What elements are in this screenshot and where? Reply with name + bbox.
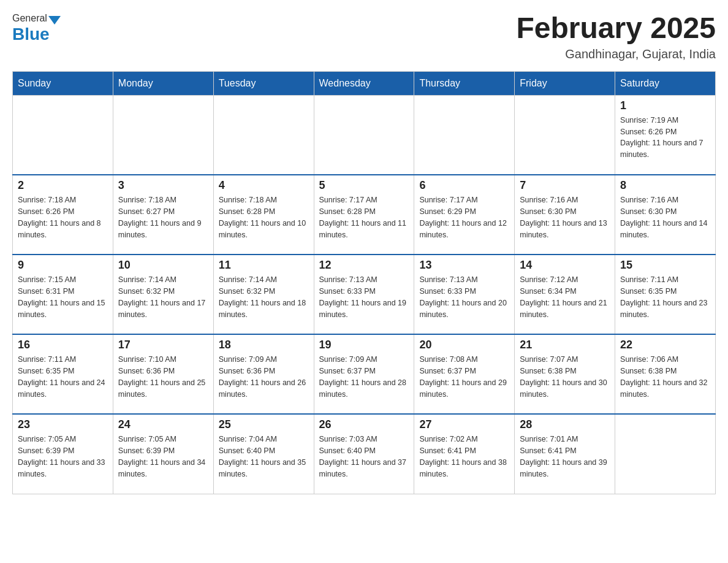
- day-info: Sunrise: 7:17 AMSunset: 6:28 PMDaylight:…: [319, 194, 409, 240]
- day-number: 19: [319, 339, 409, 351]
- day-info: Sunrise: 7:05 AMSunset: 6:39 PMDaylight:…: [118, 434, 208, 480]
- calendar-cell: 1Sunrise: 7:19 AMSunset: 6:26 PMDaylight…: [615, 95, 716, 175]
- day-number: 21: [520, 339, 610, 351]
- calendar-week-row: 2Sunrise: 7:18 AMSunset: 6:26 PMDaylight…: [13, 175, 716, 255]
- calendar-cell: 19Sunrise: 7:09 AMSunset: 6:37 PMDayligh…: [314, 334, 414, 414]
- day-number: 11: [219, 259, 309, 272]
- weekday-header-sunday: Sunday: [13, 71, 113, 95]
- weekday-header-saturday: Saturday: [615, 71, 716, 95]
- calendar-cell: 14Sunrise: 7:12 AMSunset: 6:34 PMDayligh…: [515, 255, 615, 334]
- day-info: Sunrise: 7:06 AMSunset: 6:38 PMDaylight:…: [620, 354, 710, 400]
- calendar-cell: 15Sunrise: 7:11 AMSunset: 6:35 PMDayligh…: [615, 255, 716, 334]
- calendar-cell: 21Sunrise: 7:07 AMSunset: 6:38 PMDayligh…: [515, 334, 615, 414]
- month-title: February 2025: [516, 12, 716, 45]
- day-number: 2: [18, 179, 108, 192]
- calendar-cell: 8Sunrise: 7:16 AMSunset: 6:30 PMDaylight…: [615, 175, 716, 255]
- calendar-cell: [515, 95, 615, 175]
- day-number: 26: [319, 418, 409, 431]
- day-info: Sunrise: 7:18 AMSunset: 6:27 PMDaylight:…: [118, 194, 208, 240]
- day-number: 24: [118, 418, 208, 431]
- calendar-table: SundayMondayTuesdayWednesdayThursdayFrid…: [12, 71, 716, 494]
- day-info: Sunrise: 7:18 AMSunset: 6:26 PMDaylight:…: [18, 194, 108, 240]
- day-number: 13: [419, 259, 509, 272]
- day-number: 28: [520, 418, 610, 431]
- day-number: 27: [419, 418, 509, 431]
- day-info: Sunrise: 7:05 AMSunset: 6:39 PMDaylight:…: [18, 434, 108, 480]
- day-info: Sunrise: 7:16 AMSunset: 6:30 PMDaylight:…: [620, 194, 710, 240]
- day-number: 5: [319, 179, 409, 192]
- day-info: Sunrise: 7:09 AMSunset: 6:36 PMDaylight:…: [219, 354, 309, 400]
- calendar-cell: 16Sunrise: 7:11 AMSunset: 6:35 PMDayligh…: [13, 334, 113, 414]
- day-number: 10: [118, 259, 208, 272]
- day-info: Sunrise: 7:13 AMSunset: 6:33 PMDaylight:…: [419, 274, 509, 320]
- day-info: Sunrise: 7:13 AMSunset: 6:33 PMDaylight:…: [319, 274, 409, 320]
- calendar-cell: 22Sunrise: 7:06 AMSunset: 6:38 PMDayligh…: [615, 334, 716, 414]
- day-number: 15: [620, 259, 710, 272]
- day-info: Sunrise: 7:15 AMSunset: 6:31 PMDaylight:…: [18, 274, 108, 320]
- calendar-cell: 6Sunrise: 7:17 AMSunset: 6:29 PMDaylight…: [414, 175, 515, 255]
- calendar-cell: [314, 95, 414, 175]
- calendar-cell: 20Sunrise: 7:08 AMSunset: 6:37 PMDayligh…: [414, 334, 515, 414]
- day-info: Sunrise: 7:11 AMSunset: 6:35 PMDaylight:…: [18, 354, 108, 400]
- calendar-cell: 4Sunrise: 7:18 AMSunset: 6:28 PMDaylight…: [213, 175, 314, 255]
- day-info: Sunrise: 7:02 AMSunset: 6:41 PMDaylight:…: [419, 434, 509, 480]
- day-number: 1: [620, 99, 710, 112]
- calendar-week-row: 1Sunrise: 7:19 AMSunset: 6:26 PMDaylight…: [13, 95, 716, 175]
- weekday-header-tuesday: Tuesday: [213, 71, 314, 95]
- day-number: 9: [18, 259, 108, 272]
- calendar-cell: 23Sunrise: 7:05 AMSunset: 6:39 PMDayligh…: [13, 414, 113, 494]
- day-info: Sunrise: 7:04 AMSunset: 6:40 PMDaylight:…: [219, 434, 309, 480]
- day-info: Sunrise: 7:08 AMSunset: 6:37 PMDaylight:…: [419, 354, 509, 400]
- day-info: Sunrise: 7:01 AMSunset: 6:41 PMDaylight:…: [520, 434, 610, 480]
- day-info: Sunrise: 7:14 AMSunset: 6:32 PMDaylight:…: [118, 274, 208, 320]
- weekday-header-friday: Friday: [515, 71, 615, 95]
- day-info: Sunrise: 7:18 AMSunset: 6:28 PMDaylight:…: [219, 194, 309, 240]
- day-number: 18: [219, 339, 309, 351]
- calendar-week-row: 9Sunrise: 7:15 AMSunset: 6:31 PMDaylight…: [13, 255, 716, 334]
- day-number: 8: [620, 179, 710, 192]
- logo-general-text: General: [12, 13, 47, 24]
- day-info: Sunrise: 7:14 AMSunset: 6:32 PMDaylight:…: [219, 274, 309, 320]
- weekday-header-wednesday: Wednesday: [314, 71, 414, 95]
- calendar-cell: [615, 414, 716, 494]
- calendar-cell: 28Sunrise: 7:01 AMSunset: 6:41 PMDayligh…: [515, 414, 615, 494]
- weekday-header-monday: Monday: [113, 71, 213, 95]
- calendar-cell: [414, 95, 515, 175]
- calendar-cell: [213, 95, 314, 175]
- day-number: 7: [520, 179, 610, 192]
- logo: General Blue: [12, 12, 61, 44]
- calendar-cell: 7Sunrise: 7:16 AMSunset: 6:30 PMDaylight…: [515, 175, 615, 255]
- calendar-cell: 5Sunrise: 7:17 AMSunset: 6:28 PMDaylight…: [314, 175, 414, 255]
- calendar-cell: 12Sunrise: 7:13 AMSunset: 6:33 PMDayligh…: [314, 255, 414, 334]
- calendar-cell: 27Sunrise: 7:02 AMSunset: 6:41 PMDayligh…: [414, 414, 515, 494]
- day-info: Sunrise: 7:09 AMSunset: 6:37 PMDaylight:…: [319, 354, 409, 400]
- calendar-cell: 17Sunrise: 7:10 AMSunset: 6:36 PMDayligh…: [113, 334, 213, 414]
- calendar-cell: 3Sunrise: 7:18 AMSunset: 6:27 PMDaylight…: [113, 175, 213, 255]
- weekday-header-row: SundayMondayTuesdayWednesdayThursdayFrid…: [13, 71, 716, 95]
- day-info: Sunrise: 7:10 AMSunset: 6:36 PMDaylight:…: [118, 354, 208, 400]
- day-info: Sunrise: 7:19 AMSunset: 6:26 PMDaylight:…: [620, 115, 710, 161]
- day-number: 6: [419, 179, 509, 192]
- day-info: Sunrise: 7:11 AMSunset: 6:35 PMDaylight:…: [620, 274, 710, 320]
- logo-arrow-icon: [48, 16, 61, 25]
- calendar-week-row: 16Sunrise: 7:11 AMSunset: 6:35 PMDayligh…: [13, 334, 716, 414]
- day-number: 20: [419, 339, 509, 351]
- day-number: 25: [219, 418, 309, 431]
- calendar-cell: 13Sunrise: 7:13 AMSunset: 6:33 PMDayligh…: [414, 255, 515, 334]
- location-text: Gandhinagar, Gujarat, India: [516, 47, 716, 61]
- day-info: Sunrise: 7:12 AMSunset: 6:34 PMDaylight:…: [520, 274, 610, 320]
- day-info: Sunrise: 7:07 AMSunset: 6:38 PMDaylight:…: [520, 354, 610, 400]
- day-number: 22: [620, 339, 710, 351]
- weekday-header-thursday: Thursday: [414, 71, 515, 95]
- day-number: 14: [520, 259, 610, 272]
- day-number: 3: [118, 179, 208, 192]
- day-info: Sunrise: 7:03 AMSunset: 6:40 PMDaylight:…: [319, 434, 409, 480]
- calendar-cell: [113, 95, 213, 175]
- day-number: 17: [118, 339, 208, 351]
- logo-blue-text: Blue: [12, 25, 50, 44]
- calendar-cell: 10Sunrise: 7:14 AMSunset: 6:32 PMDayligh…: [113, 255, 213, 334]
- title-block: February 2025 Gandhinagar, Gujarat, Indi…: [516, 12, 716, 61]
- calendar-cell: 11Sunrise: 7:14 AMSunset: 6:32 PMDayligh…: [213, 255, 314, 334]
- calendar-cell: [13, 95, 113, 175]
- day-info: Sunrise: 7:16 AMSunset: 6:30 PMDaylight:…: [520, 194, 610, 240]
